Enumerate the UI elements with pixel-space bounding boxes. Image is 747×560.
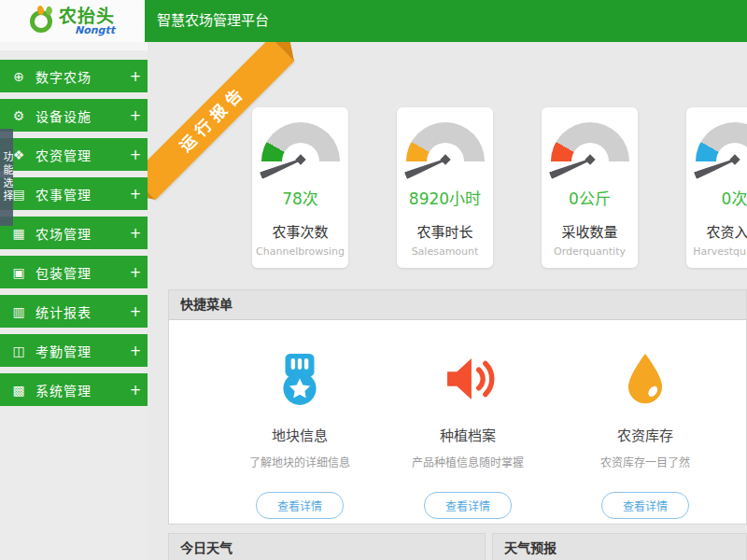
drop-icon [566, 346, 725, 412]
stat-value: 0次 [686, 186, 747, 209]
stat-value: 78次 [252, 186, 348, 209]
stat-label: 农事次数 [252, 221, 348, 241]
grid-icon: ▦ [8, 226, 29, 241]
today-weather-panel: 今日天气 [168, 533, 486, 560]
gear-icon: ⚙ [8, 108, 29, 123]
stat-label: 农资入库 [686, 221, 747, 241]
quick-item-planting-archive: 种植档案 产品种植信息随时掌握 查看详情 [388, 346, 547, 519]
view-details-button[interactable]: 查看详情 [256, 492, 344, 519]
expand-plus-icon: + [123, 382, 148, 399]
expand-plus-icon: + [123, 343, 148, 359]
main-content: 运行报告 78次 农事次数 Channelbrowsing 8920小时 [148, 42, 747, 560]
stat-label: 采收数量 [542, 221, 638, 241]
quick-item-plot-info: 地块信息 了解地块的详细信息 查看详情 [220, 346, 379, 519]
sidebar-item-statistics[interactable]: ▥ 统计报表 + [0, 295, 148, 328]
view-details-button[interactable]: 查看详情 [601, 492, 689, 519]
stat-card-farming-count: 78次 农事次数 Channelbrowsing [252, 107, 348, 268]
sidebar-item-label: 农事管理 [35, 185, 123, 203]
speaker-icon [388, 346, 547, 412]
sidebar-item-packaging[interactable]: ▣ 包装管理 + [0, 256, 148, 288]
view-details-button[interactable]: 查看详情 [424, 492, 512, 519]
sidebar-item-label: 考勤管理 [35, 342, 123, 360]
stat-sublabel: Channelbrowsing [252, 245, 348, 258]
quick-item-desc: 了解地块的详细信息 [220, 454, 379, 469]
quick-menu-panel: 快捷菜单 地块信息 了解地块的详细信息 查看详情 [168, 289, 747, 525]
sidebar-item-label: 统计报表 [35, 302, 123, 321]
logo-subtitle: Nongtt [75, 25, 115, 36]
expand-plus-icon: + [123, 147, 148, 163]
stat-sublabel: Salesamount [397, 245, 493, 258]
quick-item-title: 种植档案 [388, 425, 547, 444]
globe-icon: ⊕ [8, 69, 29, 84]
sidebar-item-farm-management[interactable]: ▦ 农场管理 + [0, 217, 148, 249]
sidebar-item-farming-tasks[interactable]: ▤ 农事管理 + [0, 177, 148, 210]
chart-icon: ▥ [8, 304, 29, 319]
stat-value: 8920小时 [397, 186, 493, 209]
sidebar: ⊕ 数字农场 + ⚙ 设备设施 + ❖ 农资管理 + ▤ 农事管理 + ▦ 农场… [0, 50, 148, 560]
expand-plus-icon: + [123, 225, 148, 242]
system-icon: ▩ [8, 383, 29, 398]
side-slide-tab[interactable]: 功能选择 [0, 129, 13, 226]
weather-forecast-title: 天气预报 [493, 534, 746, 560]
expand-plus-icon: + [123, 186, 148, 203]
stat-card-harvest-quantity: 0公斤 采收数量 Orderquantity [542, 107, 638, 268]
quick-item-title: 地块信息 [220, 425, 379, 444]
sidebar-item-agri-materials[interactable]: ❖ 农资管理 + [0, 138, 148, 171]
sidebar-item-attendance[interactable]: ◫ 考勤管理 + [0, 334, 148, 367]
expand-plus-icon: + [123, 303, 148, 320]
sidebar-item-label: 农资管理 [35, 146, 123, 164]
gauge-chart [261, 122, 340, 161]
gauge-chart [406, 122, 485, 161]
today-weather-title: 今日天气 [169, 534, 485, 560]
box-icon: ▣ [8, 265, 29, 280]
stat-card-materials-inbound: 0次 农资入库 Harvestquantity [686, 107, 747, 268]
monitor-icon: ◫ [8, 343, 29, 358]
sidebar-item-label: 包装管理 [35, 263, 123, 282]
expand-plus-icon: + [123, 264, 148, 281]
expand-plus-icon: + [123, 107, 148, 124]
stat-sublabel: Orderquantity [542, 245, 638, 258]
quick-item-materials-stock: 农资库存 农资库存一目了然 查看详情 [566, 346, 725, 519]
logo-swirl-icon [30, 10, 52, 33]
expand-plus-icon: + [123, 68, 148, 85]
quick-item-desc: 产品种植信息随时掌握 [388, 454, 547, 469]
stat-card-farming-hours: 8920小时 农事时长 Salesamount [397, 107, 493, 268]
sidebar-item-label: 系统管理 [35, 381, 123, 399]
sidebar-item-system[interactable]: ▩ 系统管理 + [0, 373, 148, 406]
medal-icon [220, 346, 379, 412]
logo-title: 农抬头 [59, 7, 115, 25]
quick-item-desc: 农资库存一目了然 [566, 454, 725, 469]
quick-item-title: 农资库存 [566, 425, 725, 444]
sidebar-item-label: 农场管理 [35, 224, 123, 243]
gauge-chart [551, 122, 629, 161]
sidebar-item-equipment[interactable]: ⚙ 设备设施 + [0, 99, 148, 132]
stat-sublabel: Harvestquantity [686, 245, 747, 258]
gauge-chart [696, 122, 747, 161]
stat-label: 农事时长 [397, 221, 493, 241]
sidebar-item-label: 数字农场 [35, 67, 123, 86]
stat-value: 0公斤 [542, 186, 638, 209]
sidebar-item-digital-farm[interactable]: ⊕ 数字农场 + [0, 60, 148, 92]
page-title: 智慧农场管理平台 [157, 0, 269, 42]
weather-forecast-panel: 天气预报 [492, 533, 747, 560]
sidebar-item-label: 设备设施 [35, 106, 123, 125]
logo: 农抬头 Nongtt [0, 0, 145, 42]
quick-menu-title: 快捷菜单 [169, 290, 746, 320]
